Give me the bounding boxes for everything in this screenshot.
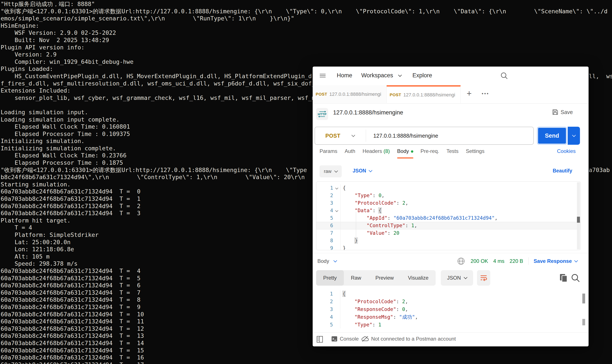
response-body-chevron-down-icon — [333, 259, 337, 262]
tab-pre-request[interactable]: Pre-req. — [421, 148, 439, 157]
response-stats: 200 OK 4 ms 220 B Save Response — [457, 257, 577, 265]
url-input[interactable]: 127.0.0.1:8888/hsimengine — [373, 133, 438, 139]
tab-body[interactable]: Body — [397, 148, 413, 157]
tab-method-badge: POST — [390, 92, 401, 97]
response-view-switch: Pretty Raw Preview Visualize — [316, 270, 436, 286]
view-visualize[interactable]: Visualize — [401, 270, 436, 286]
request-tab-bar: POST 127.0.0.1:8888/hsimengi POST 127.0.… — [313, 85, 589, 104]
wrap-text-icon — [480, 274, 487, 282]
response-search-icon[interactable] — [571, 273, 581, 283]
view-pretty[interactable]: Pretty — [316, 270, 344, 286]
workspaces-chevron-down-icon — [398, 73, 402, 77]
line-number: 7 — [316, 229, 333, 237]
code-text: } — [340, 237, 358, 244]
code-line: 4 "ResponseMsg": "成功", — [316, 313, 584, 321]
request-title-row: HTTP 127.0.0.1:8888/hsimengine Save — [313, 103, 589, 123]
fold-chevron-icon — [333, 207, 340, 214]
code-line: 2 "Type": 0, — [316, 192, 581, 199]
code-text: } — [340, 244, 346, 250]
save-response-button[interactable]: Save Response — [534, 258, 577, 264]
view-raw[interactable]: Raw — [344, 270, 368, 286]
cookies-link[interactable]: Cookies — [557, 148, 576, 154]
tab-params[interactable]: Params — [320, 148, 337, 157]
response-time: 4 ms — [493, 258, 504, 264]
send-button[interactable]: Send — [537, 127, 567, 145]
line-number: 6 — [316, 222, 333, 229]
line-number: 4 — [316, 313, 333, 321]
code-text: "Type": 0, — [340, 192, 385, 199]
body-format-select[interactable]: raw — [320, 165, 342, 177]
response-scrollbar-thumb[interactable] — [582, 294, 585, 303]
response-scrollbar-thumb-2[interactable] — [582, 319, 585, 325]
menu-hamburger-icon[interactable] — [320, 74, 326, 77]
tab-title: 127.0.0.1:8888/hsimengi — [329, 91, 381, 97]
copy-icon — [559, 273, 568, 283]
response-language-chevron-down-icon — [464, 275, 468, 279]
tab-method-badge: POST — [316, 92, 327, 97]
terminal-overflow-plugins: ll, ws — [589, 73, 612, 80]
request-body-editor[interactable]: 1{2 "Type": 0,3 "ProtocolCode": 2,4 "Dat… — [316, 182, 581, 250]
new-tab-plus-icon[interactable]: + — [467, 89, 472, 98]
response-language-select[interactable]: JSON — [441, 270, 473, 286]
request-tab-2-active[interactable]: POST 127.0.0.1:8888/hsimengi — [387, 85, 461, 103]
code-line: 1{ — [316, 290, 584, 298]
save-button[interactable]: Save — [552, 109, 573, 115]
response-body-select[interactable]: Body — [317, 258, 336, 264]
account-status[interactable]: Not connected to a Postman account — [361, 336, 456, 342]
globe-icon — [457, 257, 465, 265]
beautify-link[interactable]: Beautify — [553, 168, 572, 174]
response-size: 220 B — [510, 258, 523, 264]
line-number: 1 — [316, 290, 333, 298]
tab-tests[interactable]: Tests — [446, 148, 459, 157]
save-response-chevron-down-icon — [574, 259, 578, 262]
postman-window: Home Workspaces Explore POST 127.0.0.1:8… — [313, 66, 589, 346]
status-bar: Console Not connected to a Postman accou… — [313, 332, 589, 347]
tab-headers[interactable]: Headers (8) — [362, 148, 390, 157]
sidebar-toggle-button[interactable] — [317, 336, 323, 343]
body-modified-dot — [411, 150, 413, 153]
send-options-button[interactable] — [568, 127, 580, 145]
code-text: { — [340, 184, 346, 192]
tab-settings[interactable]: Settings — [466, 148, 485, 157]
line-number: 9 — [316, 244, 333, 250]
fold-chevron-icon — [333, 184, 340, 192]
fold-chevron-icon — [333, 192, 340, 199]
section-divider — [313, 253, 589, 253]
response-body-viewer[interactable]: 1{2 "ProtocolCode": 2,3 "ResponseCode": … — [313, 288, 584, 330]
request-tab-1[interactable]: POST 127.0.0.1:8888/hsimengi — [313, 85, 387, 103]
tab-auth[interactable]: Auth — [345, 148, 355, 157]
code-text: "AppId": "60a703abb8c24f68b67a631c71324d… — [340, 214, 498, 222]
fold-chevron-icon — [333, 244, 340, 250]
url-separator — [366, 130, 366, 142]
wrap-text-button[interactable] — [477, 270, 490, 286]
copy-button[interactable] — [559, 273, 568, 283]
code-line: 3 "ResponseCode": 0, — [316, 305, 584, 313]
search-icon[interactable] — [500, 72, 508, 80]
nav-workspaces[interactable]: Workspaces — [361, 72, 393, 79]
code-text: "ControlType": 1, — [340, 222, 417, 229]
nav-home[interactable]: Home — [337, 72, 352, 79]
nav-explore[interactable]: Explore — [412, 72, 432, 79]
method-chevron-down-icon — [352, 133, 355, 137]
line-number: 3 — [316, 305, 333, 313]
editor-scrollbar-thumb[interactable] — [577, 217, 580, 223]
editor-scrollbar-track[interactable] — [577, 182, 580, 249]
code-line: 2 "ProtocolCode": 2, — [316, 298, 584, 305]
code-line: 3 "ProtocolCode": 2, — [316, 199, 581, 207]
method-select[interactable]: POST — [325, 133, 340, 139]
line-number: 3 — [316, 199, 333, 207]
code-line: 1{ — [316, 184, 581, 192]
url-row: POST 127.0.0.1:8888/hsimengine Send — [313, 123, 589, 145]
fold-chevron-icon — [333, 229, 340, 237]
postman-top-nav: Home Workspaces Explore — [313, 66, 589, 85]
body-language-select[interactable]: JSON — [353, 168, 372, 174]
line-number: 1 — [316, 184, 333, 192]
code-text: { — [340, 290, 346, 298]
console-button[interactable]: Console — [331, 336, 359, 342]
terminal-overflow-request: a703ab — [589, 167, 610, 174]
code-text: "ProtocolCode": 2, — [340, 298, 408, 305]
url-input-group: POST 127.0.0.1:8888/hsimengine — [315, 127, 534, 145]
request-section-tabs: Params Auth Headers (8) Body Pre-req. Te… — [320, 148, 589, 161]
tab-options-ellipsis-icon[interactable]: ••• — [482, 91, 489, 96]
view-preview[interactable]: Preview — [368, 270, 401, 286]
